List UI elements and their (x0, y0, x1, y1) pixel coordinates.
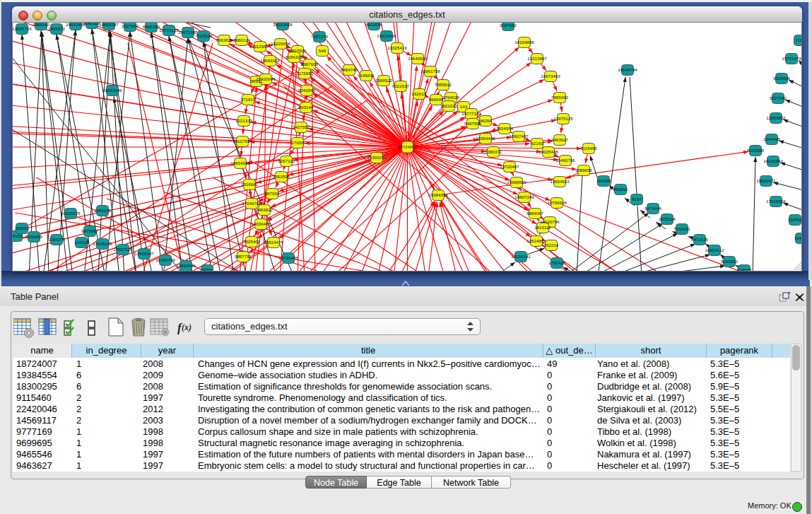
svg-text:10107557: 10107557 (233, 139, 252, 144)
svg-text:164095: 164095 (596, 178, 611, 183)
svg-text:1733426: 1733426 (548, 260, 566, 265)
svg-text:1294275: 1294275 (48, 237, 66, 242)
svg-text:1621022: 1621022 (440, 103, 458, 108)
svg-text:803144: 803144 (299, 105, 314, 110)
svg-text:13958107: 13958107 (134, 251, 154, 256)
svg-text:3175685: 3175685 (296, 71, 314, 76)
svg-text:3824554: 3824554 (496, 126, 514, 131)
svg-text:12823446: 12823446 (176, 263, 196, 268)
svg-text:16648784: 16648784 (618, 67, 637, 72)
svg-text:104642: 104642 (794, 235, 802, 240)
svg-text:8660124: 8660124 (233, 37, 251, 42)
svg-text:1089695: 1089695 (575, 168, 593, 173)
svg-text:10025438: 10025438 (539, 149, 558, 154)
svg-text:2069140: 2069140 (33, 23, 50, 27)
svg-text:92450: 92450 (801, 252, 802, 257)
svg-text:17008: 17008 (291, 140, 304, 145)
svg-text:9115460: 9115460 (580, 146, 597, 151)
svg-text:10973493: 10973493 (541, 74, 560, 78)
svg-text:6497568: 6497568 (464, 121, 482, 126)
svg-text:7515528: 7515528 (195, 33, 213, 38)
svg-text:8471626: 8471626 (691, 237, 709, 242)
svg-text:1527602: 1527602 (122, 23, 139, 28)
svg-text:62160: 62160 (531, 141, 543, 146)
svg-text:8215958: 8215958 (747, 148, 765, 153)
svg-text:14055724: 14055724 (13, 26, 32, 31)
svg-text:18807249: 18807249 (514, 194, 534, 199)
svg-text:13654923: 13654923 (550, 179, 570, 184)
svg-text:10777169: 10777169 (461, 111, 481, 116)
svg-text:6466160: 6466160 (143, 24, 160, 29)
svg-text:1065328: 1065328 (83, 23, 101, 25)
svg-text:15226058: 15226058 (271, 41, 290, 46)
svg-text:899044: 899044 (429, 97, 444, 102)
svg-text:19218506: 19218506 (377, 33, 396, 38)
svg-text:9227342: 9227342 (770, 95, 787, 100)
svg-text:893892: 893892 (613, 187, 628, 192)
svg-text:15692971: 15692971 (756, 178, 776, 183)
svg-text:1588520: 1588520 (375, 78, 393, 83)
svg-text:8454749: 8454749 (341, 67, 358, 72)
svg-text:15736485: 15736485 (278, 255, 298, 260)
svg-text:9474444: 9474444 (645, 206, 662, 211)
svg-text:15495786: 15495786 (555, 158, 575, 163)
svg-text:16210643: 16210643 (763, 158, 783, 163)
svg-text:22420046: 22420046 (256, 76, 276, 81)
svg-text:39155: 39155 (13, 233, 23, 238)
svg-text:18120746: 18120746 (540, 219, 560, 224)
svg-text:8813054: 8813054 (365, 23, 383, 27)
svg-text:46266: 46266 (479, 118, 492, 123)
svg-text:12975125: 12975125 (553, 116, 573, 121)
svg-text:3493822: 3493822 (256, 207, 273, 212)
svg-text:2935114: 2935114 (659, 216, 676, 221)
svg-text:15300293: 15300293 (367, 155, 387, 160)
svg-text:9827509: 9827509 (289, 48, 307, 53)
svg-text:7955812: 7955812 (435, 82, 452, 87)
svg-text:7632021: 7632021 (673, 226, 691, 231)
svg-text:10654112: 10654112 (705, 247, 724, 252)
svg-text:387832: 387832 (265, 191, 280, 196)
svg-text:12093822: 12093822 (766, 115, 786, 120)
svg-text:546: 546 (319, 48, 326, 53)
svg-text:162615: 162615 (412, 91, 427, 96)
svg-text:10653287: 10653287 (99, 23, 119, 27)
svg-text:12505135: 12505135 (93, 241, 112, 246)
svg-text:7386372: 7386372 (485, 149, 502, 154)
svg-text:252214: 252214 (544, 243, 559, 247)
svg-text:10756928: 10756928 (547, 200, 567, 205)
svg-text:18724007: 18724007 (398, 144, 418, 149)
svg-text:1112: 1112 (796, 37, 802, 42)
svg-text:1505135: 1505135 (94, 208, 112, 213)
svg-text:7663822: 7663822 (216, 37, 233, 42)
svg-text:924565: 924565 (737, 267, 752, 271)
svg-text:9058: 9058 (202, 267, 212, 271)
svg-text:143: 143 (460, 104, 468, 109)
svg-text:271817: 271817 (241, 97, 256, 102)
svg-text:19654985: 19654985 (230, 160, 250, 165)
svg-text:20206575: 20206575 (61, 211, 81, 216)
svg-text:14136141: 14136141 (511, 254, 531, 259)
svg-text:(x): (x) (182, 322, 192, 332)
svg-text:17046766: 17046766 (242, 201, 261, 206)
svg-text:2967608: 2967608 (301, 62, 319, 66)
svg-text:10688609: 10688609 (507, 180, 526, 185)
svg-text:1405572: 1405572 (48, 26, 66, 31)
svg-text:16033809: 16033809 (273, 23, 293, 27)
svg-text:20364436: 20364436 (476, 136, 495, 141)
svg-text:9245652: 9245652 (721, 259, 739, 264)
svg-text:9975867: 9975867 (81, 228, 99, 233)
svg-text:9146811: 9146811 (358, 73, 375, 78)
svg-text:9884067: 9884067 (526, 211, 544, 216)
svg-text:16640910: 16640910 (408, 56, 428, 61)
svg-text:17957225: 17957225 (113, 247, 133, 252)
svg-text:3912954: 3912954 (252, 44, 269, 49)
svg-text:19384554: 19384554 (428, 192, 448, 197)
svg-text:2156809: 2156809 (25, 234, 43, 239)
svg-text:1815112: 1815112 (534, 225, 551, 230)
svg-text:116753: 116753 (788, 217, 802, 222)
svg-text:9427552: 9427552 (293, 124, 310, 129)
svg-text:10807487: 10807487 (509, 134, 529, 139)
svg-text:7485063: 7485063 (551, 95, 569, 100)
svg-text:6322037: 6322037 (392, 83, 410, 88)
svg-text:1353594: 1353594 (273, 174, 290, 179)
